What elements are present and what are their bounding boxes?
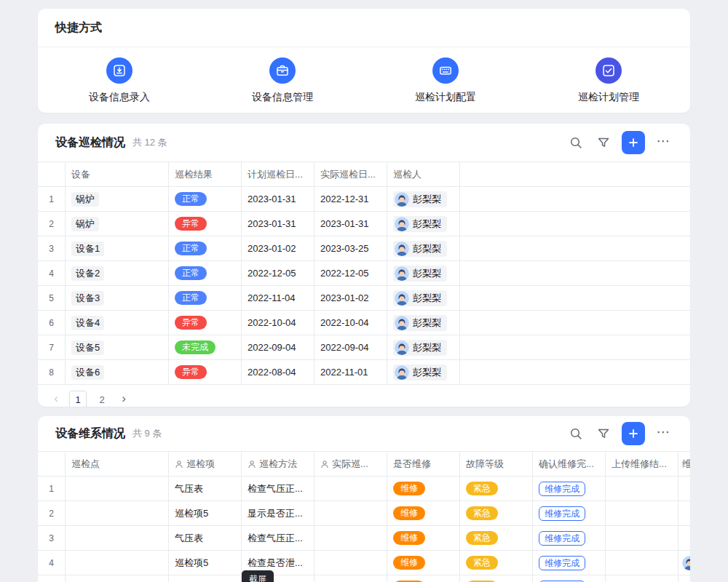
actual-inspection-cell[interactable] (314, 477, 387, 501)
repair-person-cell[interactable] (678, 477, 690, 501)
inspection-point-cell[interactable] (66, 575, 169, 582)
planned-date-cell[interactable]: 2023-01-31 (242, 212, 314, 236)
column-header-实际巡...[interactable]: 实际巡... (314, 452, 387, 476)
column-header-巡检项[interactable]: 巡检项 (169, 452, 242, 476)
actual-date-cell[interactable]: 2023-01-02 (314, 286, 387, 310)
inspector-cell[interactable]: 彭梨梨 (387, 187, 460, 211)
repair-cell[interactable]: 维修 (387, 501, 460, 525)
more-menu-icon[interactable]: ⋯ (654, 131, 673, 154)
shortcut-item-1[interactable]: 设备信息录入 (38, 57, 201, 104)
result-cell[interactable]: 异常 (169, 212, 242, 236)
confirm-repair-cell[interactable]: 维修完成 (533, 477, 606, 501)
actual-date-cell[interactable]: 2022-11-01 (314, 360, 387, 384)
inspection-item-cell[interactable]: 气压表 (169, 477, 242, 501)
column-header-巡检人[interactable]: 巡检人 (387, 162, 460, 186)
inspection-item-cell[interactable]: 巡检项5 (169, 575, 242, 582)
repair-person-cell[interactable] (678, 526, 690, 550)
upload-result-cell[interactable] (606, 477, 678, 501)
fault-level-cell[interactable]: 紧急 (460, 477, 533, 501)
page-button-1[interactable]: 1 (69, 391, 87, 407)
planned-date-cell[interactable]: 2022-11-04 (242, 286, 314, 310)
inspection-item-cell[interactable]: 气压表 (169, 526, 242, 550)
column-header-巡检方法[interactable]: 巡检方法 (242, 452, 314, 476)
result-cell[interactable]: 正常 (169, 261, 242, 285)
shortcut-item-3[interactable]: 巡检计划配置 (364, 57, 527, 104)
repair-done-button[interactable]: 维修完成 (539, 556, 585, 570)
column-header-巡检点[interactable]: 巡检点 (66, 452, 169, 476)
search-icon[interactable] (566, 133, 585, 152)
device-cell[interactable]: 锅炉 (66, 212, 169, 236)
confirm-repair-cell[interactable]: 维修完成 (533, 551, 606, 575)
repair-person-cell[interactable] (678, 551, 690, 575)
upload-result-cell[interactable] (606, 551, 678, 575)
column-header-是否维修[interactable]: 是否维修 (387, 452, 460, 476)
actual-date-cell[interactable]: 2022-10-04 (314, 311, 387, 335)
result-cell[interactable]: 正常 (169, 236, 242, 260)
upload-result-cell[interactable] (606, 526, 678, 550)
repair-person-cell[interactable] (678, 501, 690, 525)
inspection-point-cell[interactable] (66, 526, 169, 550)
page-button-2[interactable]: 2 (93, 391, 111, 407)
search-icon[interactable] (566, 424, 585, 443)
result-cell[interactable]: 正常 (169, 286, 242, 310)
inspection-method-cell[interactable]: 检查气压正... (242, 477, 314, 501)
next-page-button[interactable]: › (117, 392, 130, 407)
fault-level-cell[interactable]: 紧急 (460, 501, 533, 525)
inspector-cell[interactable]: 彭梨梨 (387, 335, 460, 359)
add-record-button[interactable] (622, 422, 645, 445)
actual-inspection-cell[interactable] (314, 551, 387, 575)
planned-date-cell[interactable]: 2022-09-04 (242, 335, 314, 359)
device-cell[interactable]: 设备6 (66, 360, 169, 384)
device-cell[interactable]: 设备5 (66, 335, 169, 359)
shortcut-item-4[interactable]: 巡检计划管理 (527, 57, 690, 104)
repair-person-cell[interactable] (678, 575, 690, 582)
upload-result-cell[interactable] (606, 575, 678, 582)
actual-inspection-cell[interactable] (314, 575, 387, 582)
column-header-维...[interactable]: 维... (678, 452, 690, 476)
column-header-设备[interactable]: 设备 (66, 162, 169, 186)
device-cell[interactable]: 设备4 (66, 311, 169, 335)
confirm-repair-cell[interactable]: 维修完成 (533, 501, 606, 525)
actual-date-cell[interactable]: 2022-12-31 (314, 187, 387, 211)
inspector-cell[interactable]: 彭梨梨 (387, 311, 460, 335)
column-header-故障等级[interactable]: 故障等级 (460, 452, 533, 476)
inspection-method-cell[interactable]: 显示是否正... (242, 501, 314, 525)
result-cell[interactable]: 异常 (169, 360, 242, 384)
add-record-button[interactable] (622, 131, 645, 154)
planned-date-cell[interactable]: 2023-01-31 (242, 187, 314, 211)
inspection-point-cell[interactable] (66, 551, 169, 575)
planned-date-cell[interactable]: 2023-01-02 (242, 236, 314, 260)
repair-done-button[interactable]: 维修完成 (539, 531, 585, 546)
result-cell[interactable]: 未完成 (169, 335, 242, 359)
fault-level-cell[interactable]: 紧急 (460, 526, 533, 550)
inspector-cell[interactable]: 彭梨梨 (387, 236, 460, 260)
more-menu-icon[interactable]: ⋯ (654, 422, 673, 445)
actual-inspection-cell[interactable] (314, 501, 387, 525)
actual-date-cell[interactable]: 2022-12-05 (314, 261, 387, 285)
prev-page-button[interactable]: ‹ (50, 392, 63, 407)
fault-level-cell[interactable]: 紧急 (460, 575, 533, 582)
result-cell[interactable]: 异常 (169, 311, 242, 335)
actual-date-cell[interactable]: 2022-09-04 (314, 335, 387, 359)
inspector-cell[interactable]: 彭梨梨 (387, 360, 460, 384)
actual-date-cell[interactable]: 2023-01-31 (314, 212, 387, 236)
planned-date-cell[interactable]: 2022-10-04 (242, 311, 314, 335)
repair-cell[interactable]: 维修 (387, 575, 460, 582)
inspection-point-cell[interactable] (66, 501, 169, 525)
shortcut-item-2[interactable]: 设备信息管理 (201, 57, 364, 104)
column-header-巡检结果[interactable]: 巡检结果 (169, 162, 242, 186)
inspection-item-cell[interactable]: 巡检项5 (169, 551, 242, 575)
confirm-repair-cell[interactable]: 维修完成 (533, 526, 606, 550)
column-header-实际巡检日...[interactable]: 实际巡检日... (314, 162, 387, 186)
planned-date-cell[interactable]: 2022-08-04 (242, 360, 314, 384)
actual-date-cell[interactable]: 2023-03-25 (314, 236, 387, 260)
device-cell[interactable]: 设备3 (66, 286, 169, 310)
filter-icon[interactable] (594, 424, 613, 443)
repair-cell[interactable]: 维修 (387, 477, 460, 501)
upload-result-cell[interactable] (606, 501, 678, 525)
repair-done-button[interactable]: 维修完成 (539, 506, 585, 521)
filter-icon[interactable] (594, 133, 613, 152)
column-header-计划巡检日...[interactable]: 计划巡检日... (242, 162, 314, 186)
repair-done-button[interactable]: 维修完成 (539, 482, 585, 496)
inspection-method-cell[interactable]: 检查气压正... (242, 526, 314, 550)
